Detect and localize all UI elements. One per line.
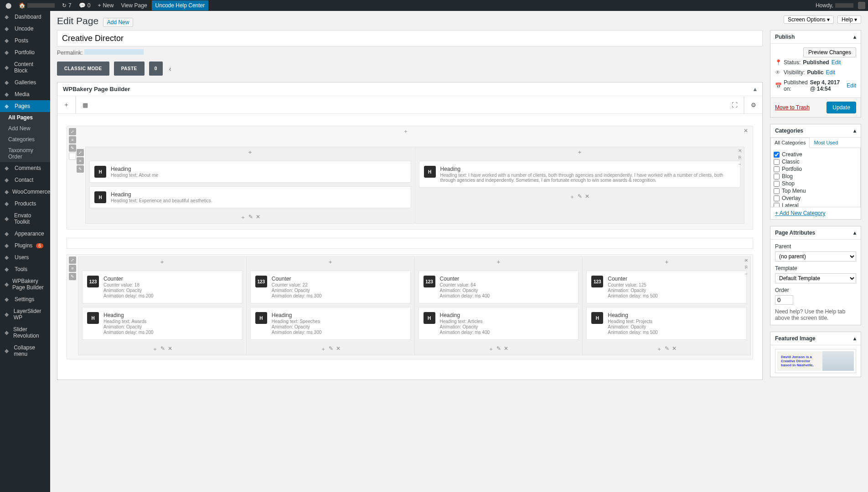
clone-icon[interactable]: ⎘ bbox=[737, 155, 743, 161]
add-template-button[interactable]: ▦ bbox=[76, 96, 94, 113]
classic-mode-button[interactable]: CLASSIC MODE bbox=[57, 62, 109, 76]
builder-element[interactable]: HHeadingHeading text: SpeechesAnimation:… bbox=[250, 307, 411, 340]
add-element-icon[interactable]: ＋ bbox=[583, 257, 750, 267]
add-element-icon[interactable]: ＋ bbox=[78, 257, 246, 267]
category-item[interactable]: Top Menu bbox=[774, 187, 858, 195]
add-element-icon[interactable]: ＋ bbox=[86, 147, 415, 157]
sidebar-item-wpbakery-page-builder[interactable]: ◆WPBakery Page Builder bbox=[0, 275, 50, 293]
sidebar-item-users[interactable]: ◆Users bbox=[0, 251, 50, 263]
sidebar-item-uncode[interactable]: ◆Uncode bbox=[0, 23, 50, 35]
close-icon[interactable]: ✕ bbox=[504, 345, 508, 353]
sidebar-subitem[interactable]: All Pages bbox=[0, 112, 50, 123]
column[interactable]: ＋ HHeadingHeading text: I have worked wi… bbox=[415, 147, 744, 223]
close-icon[interactable]: ✕ bbox=[585, 193, 589, 201]
row[interactable]: ⤢ ≡ ✎ ✕ ⎘ − bbox=[85, 147, 744, 224]
expand-icon[interactable]: ⤢ bbox=[69, 128, 76, 135]
category-checkbox[interactable] bbox=[774, 166, 780, 172]
edit-visibility-link[interactable]: Edit bbox=[826, 69, 835, 76]
builder-element[interactable]: 123CounterCounter value: 125Animation: O… bbox=[586, 271, 747, 303]
close-icon[interactable]: ✕ bbox=[743, 258, 749, 264]
category-checkbox[interactable] bbox=[774, 188, 780, 194]
view-page-link[interactable]: View Page bbox=[118, 1, 150, 10]
category-checkbox[interactable] bbox=[774, 174, 780, 179]
minus-icon[interactable]: − bbox=[743, 272, 749, 278]
sidebar-item-layerslider-wp[interactable]: ◆LayerSlider WP bbox=[0, 305, 50, 323]
sidebar-subitem[interactable]: Categories bbox=[0, 134, 50, 145]
add-row-icon[interactable]: ＋ bbox=[401, 128, 410, 135]
sidebar-item-portfolio[interactable]: ◆Portfolio bbox=[0, 46, 50, 58]
expand-icon[interactable]: ⤢ bbox=[77, 149, 84, 156]
row[interactable]: ✕ ⎘ − ＋123CounterCounter value: 18Animat… bbox=[78, 256, 751, 355]
builder-element[interactable]: HHeadingHeading text: ArticlesAnimation:… bbox=[418, 307, 579, 340]
add-icon[interactable]: ＋ bbox=[240, 214, 246, 221]
sidebar-item-products[interactable]: ◆Products bbox=[0, 198, 50, 210]
builder-element[interactable]: HHeadingHeading text: I have worked with… bbox=[419, 161, 741, 188]
edit-status-link[interactable]: Edit bbox=[832, 59, 841, 66]
column[interactable]: ＋123CounterCounter value: 18Animation: O… bbox=[78, 257, 247, 355]
template-select[interactable]: Default Template bbox=[775, 273, 856, 283]
categories-panel-header[interactable]: Categories▴ bbox=[770, 124, 861, 138]
category-item[interactable]: Portfolio bbox=[774, 165, 858, 173]
builder-element[interactable]: 123CounterCounter value: 64Animation: Op… bbox=[418, 271, 579, 303]
featured-image-header[interactable]: Featured Image▴ bbox=[770, 332, 861, 345]
close-icon[interactable]: ✕ bbox=[742, 128, 750, 135]
updates-link[interactable]: ↻ 7 bbox=[59, 1, 74, 10]
move-to-trash-link[interactable]: Move to Trash bbox=[775, 104, 810, 111]
help-button[interactable]: Help ▾ bbox=[837, 15, 861, 24]
category-item[interactable]: Blog bbox=[774, 173, 858, 180]
edit-icon[interactable]: ✎ bbox=[496, 345, 501, 353]
category-item[interactable]: Classic bbox=[774, 158, 858, 165]
uncode-help-link[interactable]: Uncode Help Center bbox=[152, 0, 209, 10]
section[interactable]: ⤢ ≡ ✎ ✕ ⎘ − ＋123CounterCounter val bbox=[67, 254, 753, 359]
user-greeting[interactable]: Howdy, bbox=[813, 1, 856, 10]
layout-icon[interactable]: ≡ bbox=[77, 157, 84, 164]
sidebar-item-appearance[interactable]: ◆Appearance bbox=[0, 228, 50, 240]
sidebar-item-contact[interactable]: ◆Contact bbox=[0, 174, 50, 186]
close-icon[interactable]: ✕ bbox=[336, 345, 341, 353]
publish-panel-header[interactable]: Publish▴ bbox=[770, 31, 861, 44]
minus-icon[interactable]: − bbox=[737, 162, 743, 168]
add-new-category-link[interactable]: + Add New Category bbox=[775, 210, 825, 216]
edit-icon[interactable]: ✎ bbox=[329, 345, 333, 353]
builder-element[interactable]: HHeadingHeading text: ProjectsAnimation:… bbox=[586, 307, 747, 340]
wp-logo-icon[interactable]: ⬤ bbox=[3, 1, 14, 10]
sidebar-item-collapse-menu[interactable]: ◆Collapse menu bbox=[0, 342, 50, 360]
close-icon[interactable]: ✕ bbox=[256, 214, 260, 221]
screen-options-button[interactable]: Screen Options ▾ bbox=[784, 15, 834, 24]
builder-element[interactable]: 123CounterCounter value: 22Animation: Op… bbox=[250, 271, 411, 303]
add-element-icon[interactable]: ＋ bbox=[247, 257, 414, 267]
wpb-metabox-header[interactable]: WPBakery Page Builder▴ bbox=[57, 82, 762, 96]
category-item[interactable]: Shop bbox=[774, 180, 858, 187]
add-element-button[interactable]: ＋ bbox=[57, 96, 76, 113]
parent-select[interactable]: (no parent) bbox=[775, 251, 856, 261]
paste-button[interactable]: PASTE bbox=[114, 62, 145, 76]
close-icon[interactable]: ✕ bbox=[737, 148, 743, 154]
comments-link[interactable]: 💬 0 bbox=[76, 1, 93, 10]
tab-most-used[interactable]: Most Used bbox=[810, 138, 842, 148]
sidebar-subitem[interactable]: Add New bbox=[0, 123, 50, 134]
add-icon[interactable]: ＋ bbox=[569, 193, 575, 201]
layout-icon[interactable]: ≡ bbox=[69, 265, 76, 272]
spacer-row[interactable] bbox=[67, 238, 753, 249]
category-checkbox[interactable] bbox=[774, 203, 780, 208]
add-element-icon[interactable]: ＋ bbox=[415, 147, 744, 157]
update-button[interactable]: Update bbox=[827, 102, 856, 113]
category-item[interactable]: Lateral bbox=[774, 202, 858, 207]
sidebar-item-content-block[interactable]: ◆Content Block bbox=[0, 58, 50, 77]
builder-element[interactable]: HHeadingHeading text: Experience and bea… bbox=[89, 186, 411, 208]
site-home-icon[interactable]: 🏠 bbox=[16, 1, 57, 10]
builder-element[interactable]: HHeadingHeading text: About me bbox=[89, 161, 411, 183]
edit-date-link[interactable]: Edit bbox=[847, 82, 856, 89]
close-icon[interactable]: ✕ bbox=[168, 345, 172, 353]
sidebar-item-settings[interactable]: ◆Settings bbox=[0, 293, 50, 305]
page-attributes-header[interactable]: Page Attributes▴ bbox=[770, 226, 861, 240]
tab-all-categories[interactable]: All Categories bbox=[770, 138, 810, 148]
edit-icon[interactable]: ✎ bbox=[160, 345, 165, 353]
column[interactable]: ＋123CounterCounter value: 125Animation: … bbox=[583, 257, 750, 355]
builder-element[interactable]: HHeadingHeading text: AwardsAnimation: O… bbox=[82, 307, 243, 340]
order-input[interactable] bbox=[775, 295, 793, 305]
sidebar-item-posts[interactable]: ◆Posts bbox=[0, 35, 50, 46]
expand-icon[interactable]: ⤢ bbox=[69, 256, 76, 264]
sidebar-item-plugins[interactable]: ◆Plugins6 bbox=[0, 240, 50, 251]
column[interactable]: ＋123CounterCounter value: 64Animation: O… bbox=[415, 257, 583, 355]
